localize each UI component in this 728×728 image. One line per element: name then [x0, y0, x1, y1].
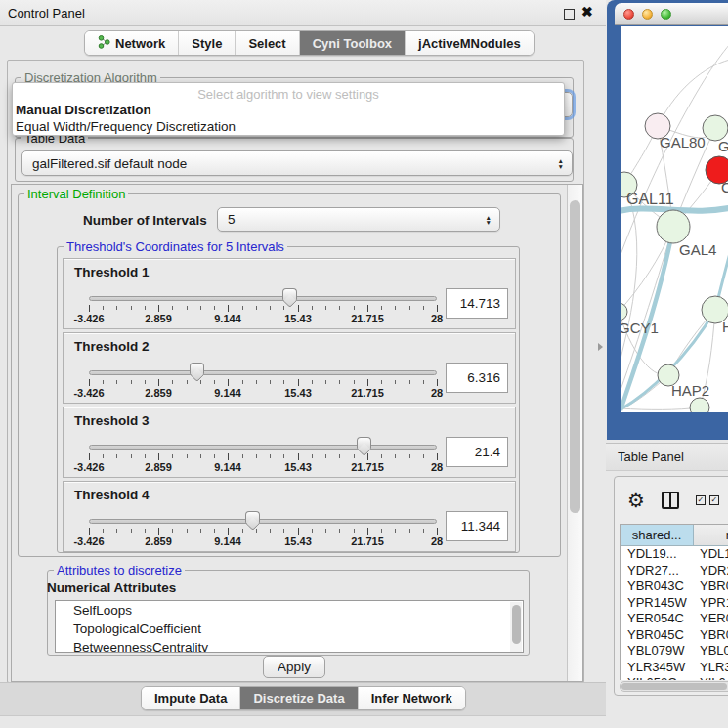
column-layout-icon[interactable] — [662, 492, 679, 509]
tick-label: 2.859 — [145, 313, 172, 324]
list-scrollbar-thumb[interactable] — [512, 605, 521, 644]
interval-definition-legend: Interval Definition — [24, 187, 128, 201]
tab-infer-network[interactable]: Infer Network — [358, 687, 465, 709]
node-gcy1[interactable] — [621, 303, 627, 321]
list-scrollbar[interactable] — [510, 602, 522, 653]
threshold-3-box: Threshold 3 -3.426 2.859 9.144 15.43 21.… — [63, 407, 516, 478]
node-label-partial-c: C — [721, 179, 728, 195]
table-panel-titlebar: Table Panel — [606, 443, 728, 471]
threshold-2-value-field[interactable]: 6.316 — [446, 363, 508, 393]
tick-label: 2.859 — [145, 387, 172, 399]
close-icon[interactable]: ✖ — [581, 4, 593, 20]
tick-label: -3.426 — [73, 535, 104, 547]
threshold-4-label: Threshold 4 — [74, 488, 150, 502]
apply-button[interactable]: Apply — [263, 656, 325, 678]
combo-stepper-icon: ▲▼ — [486, 214, 492, 225]
table-data-value: galFiltered.sif default node — [32, 156, 187, 171]
threshold-2-box: Threshold 2 -3.426 2.859 9.144 15.43 21.… — [63, 332, 516, 404]
tick-label: 28 — [431, 387, 443, 399]
tick-label: 9.144 — [214, 535, 241, 547]
splitter-collapse-icon[interactable] — [598, 343, 603, 351]
slider-ticks — [89, 528, 438, 535]
node-gal4[interactable] — [657, 210, 690, 243]
panel-title: Control Panel — [8, 6, 85, 21]
table-data-combo[interactable]: galFiltered.sif default node ▲▼ — [21, 150, 573, 176]
table-row[interactable]: YBL079WYBL0 — [621, 643, 728, 660]
node-label-partial-h: H — [722, 319, 728, 335]
table-horizontal-scrollbar-thumb[interactable] — [621, 683, 727, 690]
table-horizontal-scrollbar[interactable] — [620, 681, 728, 692]
tick-label: 2.859 — [145, 461, 172, 473]
table-row[interactable]: YBR045CYBR0 — [621, 627, 728, 644]
node-label-gcy1: GCY1 — [621, 320, 659, 336]
threshold-3-slider[interactable] — [89, 445, 437, 450]
tab-discretize-data[interactable]: Discretize Data — [239, 687, 357, 709]
numerical-attributes-title: Numerical Attributes — [47, 580, 176, 595]
threshold-4-slider-thumb[interactable] — [245, 511, 260, 523]
threshold-2-slider-thumb[interactable] — [190, 363, 204, 374]
close-traffic-light-icon[interactable] — [623, 9, 634, 20]
tick-label: 28 — [431, 461, 443, 473]
gear-icon[interactable]: ⚙ — [627, 491, 645, 510]
tab-jactivemnodules[interactable]: jActiveMNodules — [405, 31, 534, 55]
list-item-betweennesscentrality[interactable]: BetweennessCentrality — [56, 638, 523, 653]
node-bottom-partial[interactable] — [690, 398, 709, 412]
number-of-intervals-combo[interactable]: 5 ▲▼ — [217, 207, 500, 232]
popup-item-manual-discretization[interactable]: Manual Discretization — [16, 103, 151, 117]
checkbox-icon: ✓ — [696, 495, 706, 505]
table-row[interactable]: YBR043CYBR0 — [621, 578, 728, 595]
tab-impute-data[interactable]: Impute Data — [142, 687, 239, 709]
threshold-1-slider-thumb[interactable] — [282, 288, 297, 300]
popup-hint: Select algorithm to view settings — [13, 87, 564, 102]
network-canvas[interactable]: GAL80 GA C GAL11 GAL4 GCY1 H HAP2 — [621, 26, 728, 412]
tick-label: 21.715 — [351, 387, 384, 399]
threshold-3-slider-thumb[interactable] — [357, 437, 371, 449]
tick-label: 21.715 — [351, 535, 384, 547]
table-row[interactable]: YER054CYER0 — [621, 611, 728, 627]
tab-style[interactable]: Style — [178, 31, 235, 55]
table-row[interactable]: YIL052CYIL0 — [621, 675, 728, 680]
threshold-4-slider[interactable] — [89, 519, 437, 524]
node-label-gal4: GAL4 — [679, 241, 716, 258]
tab-select[interactable]: Select — [235, 31, 298, 55]
checkbox-icon: ✓ — [709, 495, 719, 505]
tick-label: 15.43 — [284, 461, 312, 473]
tab-network[interactable]: Network — [85, 31, 178, 55]
algorithm-popup: Select algorithm to view settings Manual… — [12, 82, 565, 136]
tick-label: -3.426 — [73, 387, 104, 399]
float-window-icon[interactable] — [564, 9, 575, 20]
tab-cyni-toolbox[interactable]: Cyni Toolbox — [299, 31, 405, 55]
tick-label: 2.859 — [145, 535, 172, 547]
table-row[interactable]: YLR345WYLR3 — [621, 660, 728, 676]
node-attribute-table[interactable]: shared... n YDL19...YDL1 YDR27...YDR2 YB… — [620, 524, 728, 680]
select-columns-icon[interactable]: ✓ ✓ — [696, 495, 719, 505]
threshold-1-slider[interactable] — [89, 296, 437, 301]
minimize-traffic-light-icon[interactable] — [642, 9, 653, 20]
tick-label: 28 — [431, 535, 443, 547]
column-header-name[interactable]: n — [694, 525, 728, 545]
list-item-selfloops[interactable]: SelfLoops — [56, 601, 523, 620]
threshold-3-label: Threshold 3 — [74, 413, 150, 428]
list-item-topologicalcoefficient[interactable]: TopologicalCoefficient — [56, 620, 523, 638]
threshold-2-slider[interactable] — [89, 370, 437, 375]
table-row[interactable]: YPR145WYPR1 — [621, 595, 728, 612]
threshold-4-value-field[interactable]: 11.344 — [446, 511, 508, 541]
table-row[interactable]: YDL19...YDL1 — [621, 546, 728, 563]
vertical-scrollbar-thumb[interactable] — [570, 200, 580, 513]
numerical-attributes-list[interactable]: SelfLoops TopologicalCoefficient Between… — [55, 600, 524, 653]
network-graph: GAL80 GA C GAL11 GAL4 GCY1 H HAP2 — [621, 26, 728, 412]
threshold-1-value-field[interactable]: 14.713 — [446, 288, 508, 319]
threshold-1-box: Threshold 1 -3.426 2.859 9.144 15.43 21.… — [63, 258, 516, 329]
zoom-traffic-light-icon[interactable] — [661, 9, 671, 20]
popup-item-equal-width-frequency[interactable]: Equal Width/Frequency Discretization — [16, 119, 236, 134]
node-label-hap2: HAP2 — [671, 382, 709, 399]
threshold-3-value-field[interactable]: 21.4 — [446, 437, 508, 467]
tick-label: 21.715 — [351, 313, 384, 324]
control-panel-tabs: Network Style Select Cyni Toolbox jActiv… — [84, 30, 535, 56]
network-icon — [98, 35, 110, 52]
network-window-titlebar[interactable] — [615, 3, 728, 25]
threshold-4-box: Threshold 4 -3.426 2.859 9.144 15.43 21.… — [63, 481, 516, 552]
table-row[interactable]: YDR27...YDR2 — [621, 563, 728, 579]
column-header-shared-name[interactable]: shared... — [621, 525, 694, 545]
slider-ticks — [89, 305, 438, 312]
